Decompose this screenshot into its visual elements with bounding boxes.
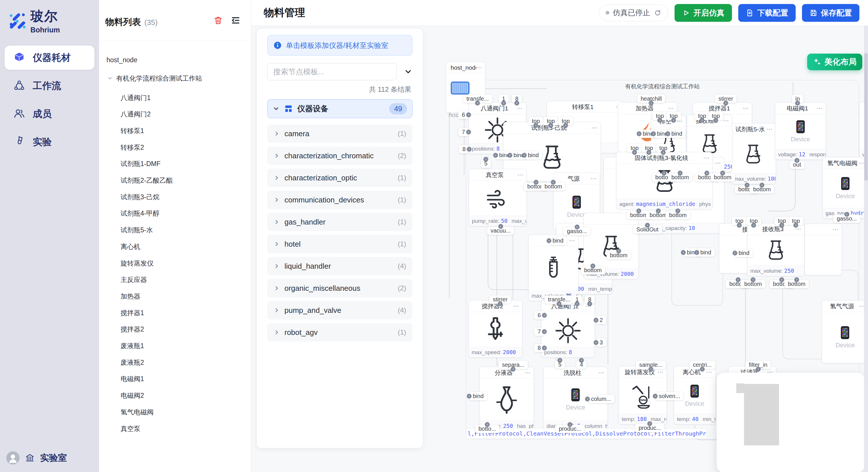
port-botto...[interactable]: botto...› xyxy=(475,425,499,433)
port-handle-icon[interactable]: › xyxy=(756,367,761,372)
category-characterization_optic[interactable]: characterization_optic(1) xyxy=(267,169,412,187)
port-handle-icon[interactable]: › xyxy=(579,358,584,363)
port-bottom[interactable]: bottom› xyxy=(741,280,765,288)
port-8[interactable]: 8› xyxy=(585,295,595,304)
category-hotel[interactable]: hotel(1) xyxy=(267,235,412,253)
port-centri...[interactable]: centri...› xyxy=(689,361,715,369)
port-8[interactable]: 8› xyxy=(534,344,544,352)
node-menu-icon[interactable]: ••• xyxy=(767,127,773,132)
port-top[interactable]: top› xyxy=(652,112,668,120)
port-solven...[interactable]: solven...‹ xyxy=(655,392,683,400)
port-bind[interactable]: bind‹ xyxy=(524,151,542,160)
port-bottom[interactable]: bottom› xyxy=(668,173,692,181)
category-camera[interactable]: camera(1) xyxy=(267,125,412,143)
port-handle-icon[interactable]: › xyxy=(751,277,755,282)
port-in[interactable]: in› xyxy=(792,95,803,103)
port-handle-icon[interactable]: › xyxy=(678,171,683,175)
port-transfe...[interactable]: transfe...› xyxy=(463,95,492,103)
port-sample...[interactable]: sample...› xyxy=(636,361,666,369)
port-handle-icon[interactable]: › xyxy=(648,367,653,372)
port-handle-icon[interactable]: › xyxy=(534,180,538,185)
tree-item-废液瓶1[interactable]: 废液瓶1 xyxy=(99,339,251,353)
port-handle-icon[interactable]: › xyxy=(645,223,650,228)
tree-item-有机化学流程综合测试工作站[interactable]: 有机化学流程综合测试工作站 xyxy=(99,72,251,85)
port-handle-icon[interactable]: › xyxy=(720,171,725,175)
node-menu-icon[interactable]: ••• xyxy=(513,304,519,308)
tree-item-转移泵2[interactable]: 转移泵2 xyxy=(99,141,251,154)
tree-item-旋转蒸发仪[interactable]: 旋转蒸发仪 xyxy=(99,257,251,270)
port-gasso...[interactable]: gasso...› xyxy=(833,214,860,223)
port-bottom[interactable]: bottom› xyxy=(665,211,690,220)
port-handle-icon[interactable]: ‹ xyxy=(637,131,642,136)
sidebar-item-实验[interactable]: 实验 xyxy=(5,130,94,154)
node-menu-icon[interactable]: ••• xyxy=(715,161,721,165)
port-top[interactable]: top› xyxy=(732,217,747,225)
port-bind[interactable]: bind‹ xyxy=(549,237,567,245)
avatar[interactable] xyxy=(6,451,20,465)
port-handle-icon[interactable]: ‹ xyxy=(694,250,699,255)
node-menu-icon[interactable]: ••• xyxy=(518,173,524,177)
node-试剂瓶5-水[interactable]: 试剂瓶5-水••• max_volume: 1000 xyxy=(731,123,776,184)
port-handle-icon[interactable]: › xyxy=(575,225,580,229)
port-handle-icon[interactable]: ‹ xyxy=(585,397,590,401)
node-menu-icon[interactable]: ••• xyxy=(476,65,482,70)
node-card[interactable]: ••• xyxy=(805,224,842,275)
port-stirrer[interactable]: stirrer› xyxy=(715,95,737,103)
category-communication_devices[interactable]: communication_devices(1) xyxy=(267,191,412,209)
port-top[interactable]: top› xyxy=(627,144,642,152)
tree-item-试剂瓶5-水[interactable]: 试剂瓶5-水 xyxy=(99,224,251,237)
port-top[interactable]: top› xyxy=(788,217,803,225)
port-handle-icon[interactable]: › xyxy=(675,208,680,213)
tree-item-试剂瓶3-己烷[interactable]: 试剂瓶3-己烷 xyxy=(99,191,251,204)
port-3[interactable]: 3‹ xyxy=(596,338,606,347)
port-handle-icon[interactable]: › xyxy=(587,301,592,306)
port-bottom[interactable]: bottom› xyxy=(607,251,631,260)
port-handle-icon[interactable]: › xyxy=(542,345,547,350)
tree-item-试剂瓶4-甲醇[interactable]: 试剂瓶4-甲醇 xyxy=(99,207,251,220)
category-gas_handler[interactable]: gas_handler(1) xyxy=(267,213,412,231)
tree-item-试剂瓶2-乙酸乙酯[interactable]: 试剂瓶2-乙酸乙酯 xyxy=(99,174,251,187)
port-bind[interactable]: bind‹ xyxy=(735,249,753,257)
node-menu-icon[interactable]: ••• xyxy=(817,106,823,111)
search-template-input[interactable] xyxy=(267,63,397,80)
port-bind[interactable]: bind‹ xyxy=(668,130,686,138)
port-handle-icon[interactable]: ‹ xyxy=(665,131,670,136)
port-handle-icon[interactable]: › xyxy=(637,208,641,213)
port-SolidOut[interactable]: SolidOut› xyxy=(633,225,662,234)
canvas-scrollbar-thumb[interactable] xyxy=(864,53,868,181)
port-2[interactable]: 2‹ xyxy=(596,316,606,324)
port-handle-icon[interactable]: › xyxy=(498,301,503,306)
node-menu-icon[interactable]: ••• xyxy=(704,156,710,160)
port-handle-icon[interactable]: › xyxy=(736,277,741,282)
node-menu-icon[interactable]: ••• xyxy=(592,126,598,130)
tree-item-电磁阀2[interactable]: 电磁阀2 xyxy=(99,389,251,402)
port-handle-icon[interactable]: ‹ xyxy=(733,250,737,256)
port-handle-icon[interactable]: › xyxy=(542,329,547,334)
port-bottom[interactable]: bottom› xyxy=(784,280,809,288)
port-handle-icon[interactable]: › xyxy=(551,180,556,185)
port-handle-icon[interactable]: › xyxy=(485,422,490,427)
port-filter_in[interactable]: filter_in› xyxy=(745,361,771,369)
port-colum...[interactable]: colum...‹ xyxy=(588,395,615,403)
port-handle-icon[interactable]: › xyxy=(760,183,764,188)
node-menu-icon[interactable]: ••• xyxy=(569,238,575,243)
port-handle-icon[interactable]: ‹ xyxy=(467,394,472,399)
port-6[interactable]: 6› xyxy=(534,311,544,319)
tree-item-搅拌器1[interactable]: 搅拌器1 xyxy=(99,306,251,319)
port-handle-icon[interactable]: ‹ xyxy=(681,250,686,255)
port-handle-icon[interactable]: › xyxy=(484,157,488,162)
node-真空泵[interactable]: 真空泵•••pump_rate: 50max_vacuum: 0.1 xyxy=(469,169,527,226)
sidebar-item-仪器耗材[interactable]: 仪器耗材 xyxy=(5,45,94,70)
port-handle-icon[interactable]: › xyxy=(557,358,562,363)
port-top[interactable]: top› xyxy=(694,112,710,120)
port-top[interactable]: top› xyxy=(558,117,573,125)
port-bottom[interactable]: bottom› xyxy=(581,266,605,274)
port-handle-icon[interactable]: ‹ xyxy=(594,340,598,345)
tree-item-试剂瓶1-DMF[interactable]: 试剂瓶1-DMF xyxy=(99,158,251,171)
port-handle-icon[interactable]: › xyxy=(656,208,661,213)
port-handle-icon[interactable]: ‹ xyxy=(547,238,551,243)
port-handle-icon[interactable]: › xyxy=(542,313,547,318)
category-characterization_chromatic[interactable]: characterization_chromatic(2) xyxy=(267,146,412,165)
port-handle-icon[interactable]: ‹ xyxy=(651,131,656,136)
port-top[interactable]: top› xyxy=(544,117,558,125)
